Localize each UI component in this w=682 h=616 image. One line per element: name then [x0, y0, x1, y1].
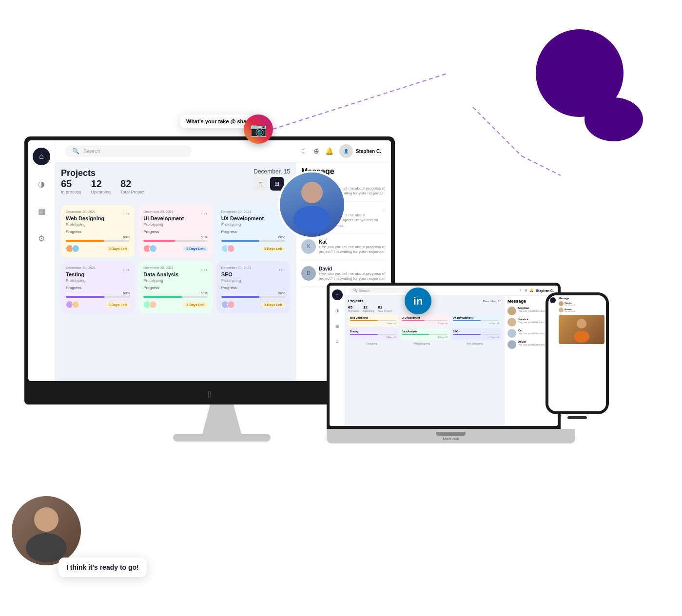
macbook-projects: Projects December, 15 65In process 12Upc… [345, 296, 504, 426]
progress-bar-ux [221, 240, 285, 242]
card-avatars-web [66, 245, 78, 252]
stats-row: 65 In process 12 Upcoming 82 [61, 178, 145, 194]
search-bar: 🔍 Search ☾ ⊕ 🔔 👤 Stephen C. [55, 140, 391, 162]
macbook-label: MacBook [443, 437, 459, 441]
project-card-ui-dev: December 23, 2021 ⋯ UI Development Proto… [138, 205, 212, 257]
macbook-cal-icon: ▦ [332, 321, 343, 331]
progress-bar-testing [66, 296, 130, 298]
plus-icon[interactable]: ⊕ [313, 147, 319, 155]
moon-icon[interactable]: ☾ [301, 147, 308, 155]
calendar-icon: ▦ [38, 207, 45, 216]
svg-point-4 [293, 206, 331, 233]
user-badge: 👤 Stephen C. [339, 144, 381, 158]
apple-logo:  [208, 389, 211, 401]
avatar-kat: K [301, 239, 316, 254]
progress-bar-web [66, 240, 130, 242]
phone-body: Message Stephen Hey, can you tell... Jes… [546, 292, 609, 414]
projects-header: Projects 65 In process 12 Upco [61, 168, 290, 200]
card-avatars-testing [66, 301, 78, 308]
projects-panel: Projects 65 In process 12 Upco [55, 162, 296, 381]
phone-mockup: Message Stephen Hey, can you tell... Jes… [546, 292, 609, 419]
sidebar-item-settings[interactable]: ⚙ [33, 230, 50, 247]
svg-point-7 [577, 319, 586, 328]
home-icon: ⌂ [39, 152, 44, 161]
progress-bar-seo [221, 296, 285, 298]
card-avatars-seo [221, 301, 233, 308]
stat-total: 82 Total Project [120, 178, 145, 194]
macbook-app-ui: ⌂ ◑ ▦ ⚙ 🔍 Search ☾ ⊕ [330, 286, 558, 426]
card-avatars-data [143, 301, 155, 308]
search-input-wrap[interactable]: 🔍 Search [65, 145, 192, 157]
macbook-settings-icon: ⚙ [332, 336, 343, 347]
card-menu-data[interactable]: ⋯ [201, 266, 208, 274]
linkedin-icon[interactable]: in [405, 288, 431, 314]
svg-point-3 [301, 182, 323, 203]
project-card-data-analysis: December 20, 2021 ⋯ Data Analysis Protot… [138, 261, 212, 313]
chart-icon: ◑ [38, 179, 45, 189]
user-avatar: 👤 [339, 144, 353, 158]
progress-bar-data [143, 296, 207, 298]
sidebar-item-chart[interactable]: ◑ [33, 175, 50, 192]
macbook-screen-inner: ⌂ ◑ ▦ ⚙ 🔍 Search ☾ ⊕ [330, 286, 558, 426]
imac-base [173, 434, 271, 442]
card-menu-ui[interactable]: ⋯ [201, 210, 208, 218]
profile-photo-overlay [278, 171, 346, 239]
star-jessica[interactable]: ☆ [382, 208, 386, 228]
header-right: ☾ ⊕ 🔔 👤 Stephen C. [301, 144, 381, 158]
search-placeholder: Search [83, 148, 100, 154]
phone-home-button[interactable] [567, 416, 587, 419]
sidebar: ⌂ ◑ ▦ ⚙ [28, 140, 55, 381]
project-card-testing: December 20, 2021 ⋯ Testing Prototyping … [61, 261, 135, 313]
phone-screen: Message Stephen Hey, can you tell... Jes… [548, 295, 606, 411]
card-menu-testing[interactable]: ⋯ [123, 266, 130, 274]
card-menu-web[interactable]: ⋯ [123, 210, 130, 218]
speech-bubble: I think it's ready to go! [58, 558, 147, 577]
avatar-david: D [301, 266, 316, 281]
svg-line-0 [273, 73, 448, 129]
project-card-seo: December 20, 2021 ⋯ SEO Prototyping Prog… [216, 261, 290, 313]
macbook-screen: ⌂ ◑ ▦ ⚙ 🔍 Search ☾ ⊕ [327, 283, 561, 429]
macbook-notch [436, 432, 466, 436]
speech-bubble-text: I think it's ready to go! [66, 563, 139, 571]
macbook-mockup: ⌂ ◑ ▦ ⚙ 🔍 Search ☾ ⊕ [327, 283, 580, 468]
bell-icon[interactable]: 🔔 [325, 147, 333, 155]
svg-point-5 [34, 507, 58, 532]
decorative-blob [585, 97, 643, 141]
macbook-body: MacBook [327, 429, 575, 443]
svg-line-2 [522, 156, 561, 175]
cards-grid: December 20, 2021 ⋯ Web Designing Protot… [61, 205, 290, 313]
macbook-home-icon: ⌂ [332, 289, 343, 300]
search-icon: 🔍 [72, 148, 79, 154]
user-name: Stephen C. [356, 149, 381, 154]
card-avatars-ui [143, 245, 155, 252]
stat-in-process: 65 In process [61, 178, 81, 194]
instagram-icon[interactable]: 📷 [244, 115, 273, 144]
progress-bar-ui [143, 240, 207, 242]
settings-icon: ⚙ [38, 234, 45, 243]
stat-upcoming: 12 Upcoming [91, 178, 111, 194]
linkedin-label: in [413, 295, 423, 308]
message-item-kat[interactable]: K Kat Hey, can you tell me about progres… [301, 239, 386, 260]
sidebar-item-home[interactable]: ⌂ [33, 148, 50, 165]
imac-stand [202, 404, 241, 434]
card-menu-seo[interactable]: ⋯ [278, 266, 285, 274]
sidebar-item-calendar[interactable]: ▦ [33, 202, 50, 220]
list-view-btn[interactable]: ≡ [253, 177, 267, 191]
projects-date: December, 15 [253, 168, 290, 175]
macbook-chart-icon: ◑ [332, 305, 343, 316]
svg-line-1 [473, 107, 522, 156]
macbook-search-bar: 🔍 Search ☾ ⊕ 🔔 Stephen C. [345, 286, 558, 296]
project-card-web-designing: December 20, 2021 ⋯ Web Designing Protot… [61, 205, 135, 257]
projects-title: Projects [61, 168, 145, 178]
person-photo-bottom-left [10, 494, 83, 567]
svg-point-8 [574, 331, 589, 343]
card-avatars-ux [221, 245, 233, 252]
